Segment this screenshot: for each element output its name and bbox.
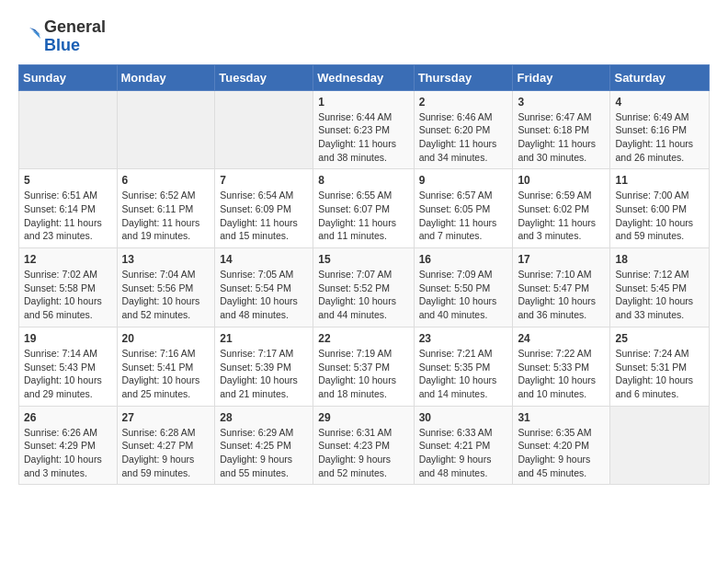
- day-info: Sunrise: 7:02 AM Sunset: 5:58 PM Dayligh…: [24, 268, 112, 322]
- day-info: Sunrise: 7:14 AM Sunset: 5:43 PM Dayligh…: [24, 347, 112, 401]
- calendar-cell: 17Sunrise: 7:10 AM Sunset: 5:47 PM Dayli…: [513, 248, 610, 327]
- day-number: 10: [518, 174, 605, 187]
- calendar-cell: 7Sunrise: 6:54 AM Sunset: 6:09 PM Daylig…: [215, 169, 313, 248]
- day-number: 22: [318, 332, 408, 345]
- day-number: 30: [419, 411, 508, 424]
- calendar-cell: 19Sunrise: 7:14 AM Sunset: 5:43 PM Dayli…: [19, 327, 118, 406]
- page-header: General Blue: [18, 18, 710, 55]
- day-number: 25: [615, 332, 704, 345]
- calendar-cell: 24Sunrise: 7:22 AM Sunset: 5:33 PM Dayli…: [513, 327, 610, 406]
- day-number: 12: [24, 253, 112, 266]
- week-row-4: 19Sunrise: 7:14 AM Sunset: 5:43 PM Dayli…: [19, 327, 710, 406]
- calendar-cell: 20Sunrise: 7:16 AM Sunset: 5:41 PM Dayli…: [117, 327, 215, 406]
- day-info: Sunrise: 7:07 AM Sunset: 5:52 PM Dayligh…: [318, 268, 408, 322]
- day-info: Sunrise: 6:51 AM Sunset: 6:14 PM Dayligh…: [24, 189, 112, 243]
- day-number: 11: [615, 174, 704, 187]
- day-info: Sunrise: 6:57 AM Sunset: 6:05 PM Dayligh…: [419, 189, 508, 243]
- weekday-header-wednesday: Wednesday: [313, 64, 414, 90]
- day-number: 14: [220, 253, 308, 266]
- day-number: 18: [615, 253, 704, 266]
- day-number: 2: [419, 96, 508, 109]
- week-row-3: 12Sunrise: 7:02 AM Sunset: 5:58 PM Dayli…: [19, 248, 710, 327]
- weekday-header-thursday: Thursday: [414, 64, 513, 90]
- day-info: Sunrise: 7:21 AM Sunset: 5:35 PM Dayligh…: [419, 347, 508, 401]
- day-info: Sunrise: 7:17 AM Sunset: 5:39 PM Dayligh…: [220, 347, 308, 401]
- logo-text: General Blue: [18, 18, 106, 55]
- day-info: Sunrise: 6:59 AM Sunset: 6:02 PM Dayligh…: [518, 189, 605, 243]
- calendar-cell: 22Sunrise: 7:19 AM Sunset: 5:37 PM Dayli…: [313, 327, 414, 406]
- day-number: 15: [318, 253, 408, 266]
- day-number: 5: [24, 174, 112, 187]
- day-info: Sunrise: 6:26 AM Sunset: 4:29 PM Dayligh…: [24, 426, 112, 480]
- calendar-cell: 26Sunrise: 6:26 AM Sunset: 4:29 PM Dayli…: [19, 406, 118, 485]
- day-number: 20: [122, 332, 210, 345]
- calendar-cell: 2Sunrise: 6:46 AM Sunset: 6:20 PM Daylig…: [414, 90, 513, 169]
- weekday-header-sunday: Sunday: [19, 64, 118, 90]
- day-info: Sunrise: 7:16 AM Sunset: 5:41 PM Dayligh…: [122, 347, 210, 401]
- day-number: 17: [518, 253, 605, 266]
- calendar-cell: 5Sunrise: 6:51 AM Sunset: 6:14 PM Daylig…: [19, 169, 118, 248]
- calendar-table: SundayMondayTuesdayWednesdayThursdayFrid…: [18, 64, 710, 486]
- day-info: Sunrise: 7:22 AM Sunset: 5:33 PM Dayligh…: [518, 347, 605, 401]
- day-number: 1: [318, 96, 408, 109]
- day-info: Sunrise: 6:49 AM Sunset: 6:16 PM Dayligh…: [615, 110, 704, 165]
- week-row-5: 26Sunrise: 6:26 AM Sunset: 4:29 PM Dayli…: [19, 406, 710, 485]
- calendar-cell: [215, 90, 313, 169]
- day-number: 3: [518, 96, 605, 109]
- day-info: Sunrise: 6:47 AM Sunset: 6:18 PM Dayligh…: [518, 110, 605, 165]
- week-row-1: 1Sunrise: 6:44 AM Sunset: 6:23 PM Daylig…: [19, 90, 710, 169]
- calendar-cell: 4Sunrise: 6:49 AM Sunset: 6:16 PM Daylig…: [610, 90, 710, 169]
- day-number: 9: [419, 174, 508, 187]
- day-info: Sunrise: 6:31 AM Sunset: 4:23 PM Dayligh…: [318, 426, 408, 480]
- calendar-cell: 15Sunrise: 7:07 AM Sunset: 5:52 PM Dayli…: [313, 248, 414, 327]
- day-number: 19: [24, 332, 112, 345]
- day-info: Sunrise: 6:33 AM Sunset: 4:21 PM Dayligh…: [419, 426, 508, 480]
- day-info: Sunrise: 7:00 AM Sunset: 6:00 PM Dayligh…: [615, 189, 704, 243]
- day-number: 4: [615, 96, 704, 109]
- calendar-cell: 25Sunrise: 7:24 AM Sunset: 5:31 PM Dayli…: [610, 327, 710, 406]
- weekday-header-tuesday: Tuesday: [215, 64, 313, 90]
- calendar-cell: 1Sunrise: 6:44 AM Sunset: 6:23 PM Daylig…: [313, 90, 414, 169]
- day-number: 8: [318, 174, 408, 187]
- day-info: Sunrise: 7:24 AM Sunset: 5:31 PM Dayligh…: [615, 347, 704, 401]
- calendar-cell: 13Sunrise: 7:04 AM Sunset: 5:56 PM Dayli…: [117, 248, 215, 327]
- weekday-header-row: SundayMondayTuesdayWednesdayThursdayFrid…: [19, 64, 710, 90]
- weekday-header-monday: Monday: [117, 64, 215, 90]
- calendar-cell: 18Sunrise: 7:12 AM Sunset: 5:45 PM Dayli…: [610, 248, 710, 327]
- calendar-cell: 16Sunrise: 7:09 AM Sunset: 5:50 PM Dayli…: [414, 248, 513, 327]
- day-number: 13: [122, 253, 210, 266]
- day-info: Sunrise: 7:10 AM Sunset: 5:47 PM Dayligh…: [518, 268, 605, 322]
- day-number: 16: [419, 253, 508, 266]
- day-number: 7: [220, 174, 308, 187]
- day-info: Sunrise: 6:46 AM Sunset: 6:20 PM Dayligh…: [419, 110, 508, 165]
- week-row-2: 5Sunrise: 6:51 AM Sunset: 6:14 PM Daylig…: [19, 169, 710, 248]
- calendar-cell: 30Sunrise: 6:33 AM Sunset: 4:21 PM Dayli…: [414, 406, 513, 485]
- calendar-cell: 3Sunrise: 6:47 AM Sunset: 6:18 PM Daylig…: [513, 90, 610, 169]
- calendar-cell: 31Sunrise: 6:35 AM Sunset: 4:20 PM Dayli…: [513, 406, 610, 485]
- day-info: Sunrise: 6:29 AM Sunset: 4:25 PM Dayligh…: [220, 426, 308, 480]
- day-info: Sunrise: 6:44 AM Sunset: 6:23 PM Dayligh…: [318, 110, 408, 165]
- day-info: Sunrise: 6:35 AM Sunset: 4:20 PM Dayligh…: [518, 426, 605, 480]
- day-info: Sunrise: 7:04 AM Sunset: 5:56 PM Dayligh…: [122, 268, 210, 322]
- calendar-cell: 23Sunrise: 7:21 AM Sunset: 5:35 PM Dayli…: [414, 327, 513, 406]
- logo: General Blue: [18, 18, 106, 55]
- day-number: 26: [24, 411, 112, 424]
- calendar-cell: 14Sunrise: 7:05 AM Sunset: 5:54 PM Dayli…: [215, 248, 313, 327]
- day-number: 27: [122, 411, 210, 424]
- logo-general-text: General: [44, 18, 106, 37]
- calendar-cell: [117, 90, 215, 169]
- calendar-cell: [610, 406, 710, 485]
- calendar-cell: 9Sunrise: 6:57 AM Sunset: 6:05 PM Daylig…: [414, 169, 513, 248]
- calendar-cell: 8Sunrise: 6:55 AM Sunset: 6:07 PM Daylig…: [313, 169, 414, 248]
- day-info: Sunrise: 7:19 AM Sunset: 5:37 PM Dayligh…: [318, 347, 408, 401]
- calendar-cell: 12Sunrise: 7:02 AM Sunset: 5:58 PM Dayli…: [19, 248, 118, 327]
- weekday-header-friday: Friday: [513, 64, 610, 90]
- day-info: Sunrise: 6:52 AM Sunset: 6:11 PM Dayligh…: [122, 189, 210, 243]
- logo-blue-text: Blue: [44, 37, 106, 55]
- calendar-cell: 27Sunrise: 6:28 AM Sunset: 4:27 PM Dayli…: [117, 406, 215, 485]
- day-number: 28: [220, 411, 308, 424]
- calendar-cell: 21Sunrise: 7:17 AM Sunset: 5:39 PM Dayli…: [215, 327, 313, 406]
- day-number: 21: [220, 332, 308, 345]
- day-number: 6: [122, 174, 210, 187]
- day-number: 24: [518, 332, 605, 345]
